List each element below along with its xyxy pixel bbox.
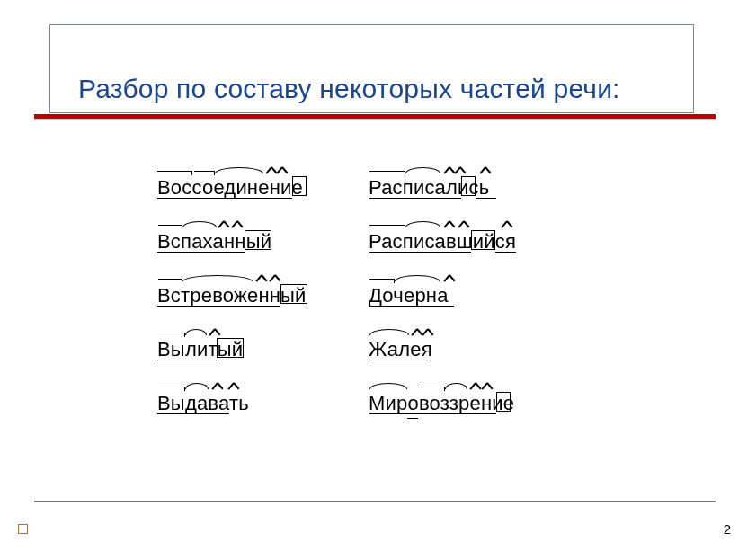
suffix-caret [443,221,454,228]
root-arc [215,167,263,173]
word: Воссоединение [157,176,303,200]
word: Выдавать [157,392,249,415]
suffix-caret [276,167,287,174]
word: Жалея [369,338,432,361]
suffix-caret [469,383,480,390]
prefix-mark [418,387,445,391]
prefix-mark [369,171,405,175]
suffix-caret [481,383,492,390]
root-arc [182,221,217,227]
table-row: Выдавать Мировоззрение [157,376,602,421]
prefix-mark [369,225,405,229]
table-row: Встревоженный Дочерна [157,268,602,313]
suffix-caret [255,275,266,282]
root-arc [185,329,207,335]
stem-underline [369,198,461,199]
prefix-mark [158,225,182,229]
stem-underline [157,252,245,253]
footer-marker-icon [18,524,28,534]
suffix-caret [501,221,511,228]
prefix-mark [158,333,185,337]
stem-underline [369,306,454,307]
stem-underline [369,360,431,360]
ending-box [496,392,511,412]
ending-box [245,230,271,250]
suffix-caret [211,383,222,390]
stem-underline [495,252,516,253]
stem-underline [157,306,280,307]
table-row: Вылитый Жалея [157,322,602,367]
slide-title: Разбор по составу некоторых частей речи: [78,74,671,104]
root-arc [369,329,409,335]
accent-line-grey [34,119,716,120]
suffix-caret [422,329,432,336]
word: Мировоззрение [369,392,514,415]
suffix-caret [265,167,276,174]
morpheme-table: Воссоединение Расписались Вспаханный Рас… [157,160,602,439]
root-arc [185,383,209,389]
stem-underline [157,360,217,360]
ending-box [461,176,476,196]
table-row: Вспаханный Расписавшийся [157,214,602,259]
suffix-caret [443,167,454,174]
stem-underline [157,413,229,414]
root-arc [182,275,253,281]
root-arc [369,383,407,389]
word: Дочерна [369,284,449,307]
suffix-caret [411,329,422,336]
prefix-mark [158,279,182,283]
root-arc [445,383,467,389]
suffix-caret [454,167,465,174]
prefix-mark [369,279,395,283]
prefix-mark [158,387,185,391]
connecting-vowel [407,413,418,419]
footer-rule [34,501,716,502]
ending-box [217,338,244,358]
suffix-caret [209,329,219,336]
prefix-mark [194,171,215,175]
root-arc [395,275,440,281]
suffix-caret [443,275,454,282]
stem-underline [476,198,496,199]
stem-underline [418,413,496,414]
stem-underline [369,413,407,414]
suffix-caret [231,221,242,228]
root-arc [405,167,440,173]
table-row: Воссоединение Расписались [157,160,602,205]
suffix-caret [458,221,468,228]
suffix-caret [269,275,280,282]
page-number: 2 [724,521,731,537]
suffix-caret [479,167,490,174]
prefix-mark [157,171,192,175]
ending-box [292,176,307,196]
stem-underline [369,252,471,253]
root-arc [405,221,440,227]
stem-underline [157,198,292,199]
suffix-caret [218,221,228,228]
ending-box [471,230,495,250]
ending-box [280,284,307,304]
suffix-caret [227,383,238,390]
